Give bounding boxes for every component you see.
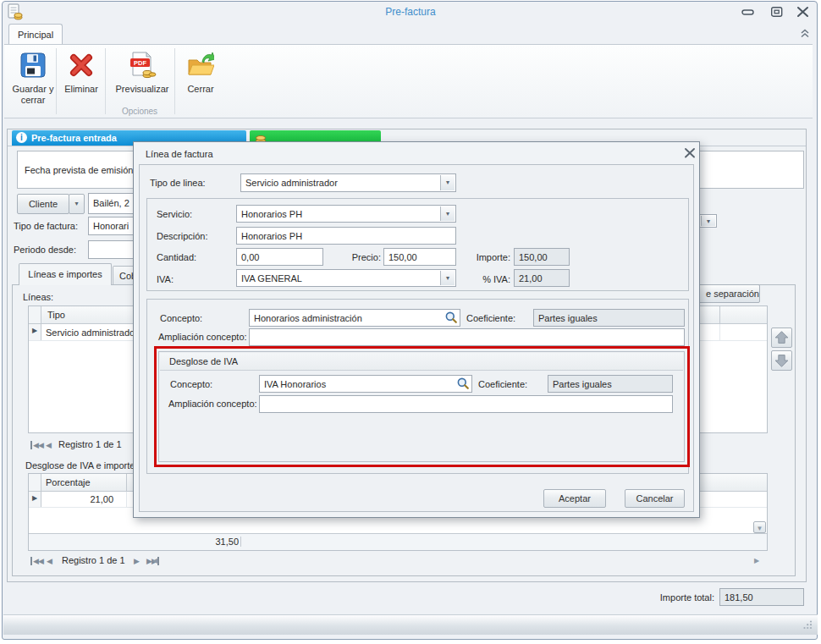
delete-button[interactable]: Eliminar xyxy=(58,47,104,113)
svg-text:PDF: PDF xyxy=(134,59,146,67)
grid-indicator-header xyxy=(29,306,41,323)
dialog-title: Línea de factura xyxy=(146,149,213,159)
cantidad-label: Cantidad: xyxy=(157,252,196,262)
nav-first-icon[interactable]: ◀◀ xyxy=(30,441,43,449)
descripcion-value: Honorarios PH xyxy=(241,231,302,241)
arrow-up-icon xyxy=(772,328,791,347)
chevron-down-icon[interactable]: ▾ xyxy=(440,206,455,221)
cliente-button-label: Cliente xyxy=(29,199,58,209)
delete-icon xyxy=(68,52,95,80)
row-marker-icon: ▶ xyxy=(32,494,37,502)
scroll-down-icon: ▼ xyxy=(757,525,763,532)
maximize-button[interactable] xyxy=(770,6,785,18)
col-header-tipo: Tipo xyxy=(47,310,65,320)
search-icon[interactable] xyxy=(444,311,458,324)
scroll-right-icon[interactable]: ▶ xyxy=(754,557,759,564)
scrollbar-down-button[interactable]: ▼ xyxy=(753,521,766,533)
row-indicator: ▶ xyxy=(29,492,41,507)
nav-prev-icon[interactable]: ◀ xyxy=(47,557,52,565)
desglose-concepto-label: Concepto: xyxy=(170,379,212,389)
move-up-button[interactable] xyxy=(771,328,792,348)
info-icon: i xyxy=(16,132,27,143)
iva-value: IVA GENERAL xyxy=(241,273,302,283)
ribbon-separator xyxy=(174,48,175,114)
cliente-button[interactable]: Cliente xyxy=(17,194,69,214)
scroll-left-icon[interactable]: ◀ xyxy=(152,557,157,564)
move-down-button[interactable] xyxy=(771,350,792,371)
importe-value: 150,00 xyxy=(519,252,548,262)
save-and-close-label: Guardar y cerrar xyxy=(11,84,55,106)
fecha-prevista-label: Fecha prevista de emisión xyxy=(25,165,133,175)
concepto-label: Concepto: xyxy=(160,313,202,323)
column-divider xyxy=(126,492,127,507)
iva-label: IVA: xyxy=(157,274,174,284)
cell-tipo: Servicio administrador xyxy=(46,328,138,338)
ribbon-collapse-icon[interactable] xyxy=(799,28,811,41)
ribbon-tab-label: Principal xyxy=(18,30,53,40)
ampliacion-field[interactable] xyxy=(249,328,685,346)
desglose-coeficiente-field: Partes iguales xyxy=(548,375,673,393)
tab-lineas-importes[interactable]: Líneas e importes xyxy=(19,263,112,285)
importe-label: Importe: xyxy=(458,252,510,262)
desglose-concepto-value: IVA Honorarios xyxy=(264,379,326,389)
iva-combo[interactable]: IVA GENERAL ▾ xyxy=(236,269,456,287)
preview-button[interactable]: PDF Previsualizar xyxy=(109,47,175,113)
doc-tab-label: Pre-factura entrada xyxy=(31,133,117,143)
importe-total-field: 181,50 xyxy=(719,588,804,606)
importe-total-label: Importe total: xyxy=(652,592,714,603)
desglose-coeficiente-label: Coeficiente: xyxy=(478,379,527,389)
servicio-combo[interactable]: Honorarios PH ▾ xyxy=(236,205,456,223)
minimize-button[interactable] xyxy=(741,7,757,19)
descripcion-field[interactable]: Honorarios PH xyxy=(236,227,456,245)
periodo-desde-label: Periodo desde: xyxy=(14,245,76,255)
descripcion-label: Descripción: xyxy=(157,231,208,241)
cantidad-value: 0,00 xyxy=(241,252,259,262)
tipo-linea-value: Servicio administrador xyxy=(245,178,338,188)
servicio-value: Honorarios PH xyxy=(241,209,302,219)
concepto-field[interactable]: Honorarios administración xyxy=(249,309,460,327)
desglose-navigator: ◀◀ ◀ Registro 1 de 1 ▶ ▶▶ ◀ ▶ xyxy=(28,553,768,569)
close-form-label: Cerrar xyxy=(187,84,213,95)
resize-grip-icon[interactable] xyxy=(802,619,813,631)
tipo-linea-combo[interactable]: Servicio administrador ▾ xyxy=(240,173,456,192)
close-form-button[interactable]: Cerrar xyxy=(179,47,223,113)
close-folder-icon xyxy=(187,52,214,80)
precio-field[interactable]: 150,00 xyxy=(383,248,456,266)
chevron-down-icon: ▾ xyxy=(74,200,78,207)
chevron-down-icon[interactable]: ▾ xyxy=(440,271,455,285)
desglose-ampliacion-label: Ampliación concepto: xyxy=(168,399,257,409)
cell-porcentaje: 21,00 xyxy=(41,494,113,504)
pct-iva-value: 21,00 xyxy=(519,273,543,283)
active-tab-join xyxy=(19,284,111,285)
delete-label: Eliminar xyxy=(64,84,98,95)
nav-first-icon[interactable]: ◀◀ xyxy=(30,557,43,565)
cliente-dropdown-button[interactable]: ▾ xyxy=(69,194,85,214)
column-divider xyxy=(719,306,720,323)
ribbon-tab-principal[interactable]: Principal xyxy=(8,24,63,45)
search-icon[interactable] xyxy=(456,377,470,390)
close-window-button[interactable] xyxy=(796,6,811,18)
column-divider xyxy=(126,474,127,491)
ribbon-group-label: Opciones xyxy=(105,107,174,116)
nav-next-icon[interactable]: ▶ xyxy=(134,557,139,565)
importe-total-value: 181,50 xyxy=(725,592,753,603)
aceptar-label: Aceptar xyxy=(559,493,591,504)
arrow-down-icon xyxy=(772,351,791,370)
save-and-close-button[interactable]: Guardar y cerrar xyxy=(10,47,56,113)
nav-record-label: Registro 1 de 1 xyxy=(58,439,122,449)
chevron-down-icon[interactable]: ▾ xyxy=(440,175,455,190)
desglose-concepto-field[interactable]: IVA Honorarios xyxy=(259,375,472,393)
linea-factura-dialog: Línea de factura Tipo de linea: Servicio… xyxy=(133,141,700,518)
aceptar-button[interactable]: Aceptar xyxy=(543,489,606,508)
chevron-down-icon[interactable]: ▾ xyxy=(701,216,715,226)
cantidad-field[interactable]: 0,00 xyxy=(236,248,323,266)
desglose-coeficiente-value: Partes iguales xyxy=(553,379,612,389)
cancelar-button[interactable]: Cancelar xyxy=(625,489,685,508)
nav-prev-icon[interactable]: ◀ xyxy=(46,441,51,449)
desglose-ampliacion-field[interactable] xyxy=(259,395,673,413)
tipo-factura-label: Tipo de factura: xyxy=(14,221,78,231)
dialog-close-icon[interactable] xyxy=(683,147,697,159)
nav-record-label: Registro 1 de 1 xyxy=(62,555,125,565)
ampliacion-label: Ampliación concepto: xyxy=(158,332,247,342)
pdf-preview-icon: PDF xyxy=(128,52,157,80)
